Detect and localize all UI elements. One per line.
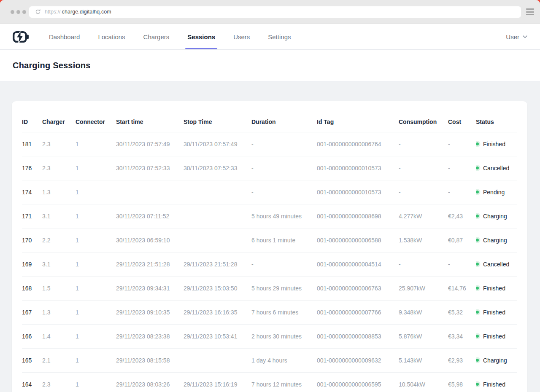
session-connector-cell: 1 — [76, 228, 116, 252]
sessions-card: ID Charger Connector Start time Stop Tim… — [12, 101, 527, 392]
session-id-cell: 174 — [22, 180, 42, 204]
session-status-cell: Charging — [476, 204, 517, 228]
tab-dashboard[interactable]: Dashboard — [49, 24, 80, 49]
session-connector-cell: 1 — [76, 204, 116, 228]
session-charger-cell: 2.3 — [42, 132, 76, 156]
session-cost-cell: €14,76 — [448, 276, 476, 300]
window-controls[interactable] — [11, 10, 26, 14]
session-duration-cell: - — [251, 156, 317, 180]
session-charger-cell: 2.1 — [42, 348, 76, 372]
session-consumption-cell: 9.348kW — [399, 300, 448, 324]
tab-settings[interactable]: Settings — [268, 24, 291, 49]
session-id-tag-cell: 001-0000000000006595 — [317, 372, 399, 392]
session-stop-time-cell: 29/11/2023 16:16:35 — [184, 300, 251, 324]
session-stop-time-cell: 29/11/2023 15:03:50 — [184, 276, 251, 300]
session-status-cell: Charging — [476, 348, 517, 372]
tab-sessions[interactable]: Sessions — [187, 24, 215, 49]
session-start-time-cell: 30/11/2023 07:11:52 — [116, 204, 184, 228]
reload-icon[interactable] — [35, 9, 41, 15]
status-dot-icon — [476, 239, 479, 242]
session-stop-time-cell: 30/11/2023 07:52:33 — [184, 156, 251, 180]
session-status-cell: Cancelled — [476, 252, 517, 276]
window-dot-icon[interactable] — [11, 10, 14, 14]
url-domain: charge.digitalhq.com — [62, 9, 111, 15]
col-header-stop-time: Stop Time — [184, 112, 251, 132]
session-connector-cell: 1 — [76, 276, 116, 300]
session-row[interactable]: 165 2.1 1 29/11/2023 08:15:58 1 day 4 ho… — [22, 348, 517, 372]
session-duration-cell: 5 hours 49 minutes — [251, 204, 317, 228]
session-connector-cell: 1 — [76, 372, 116, 392]
tab-locations[interactable]: Locations — [98, 24, 125, 49]
session-id-cell: 165 — [22, 348, 42, 372]
session-cost-cell: €2,93 — [448, 348, 476, 372]
session-cost-cell: - — [448, 132, 476, 156]
menu-icon[interactable] — [526, 7, 534, 17]
session-status-cell: Charging — [476, 228, 517, 252]
status-label: Cancelled — [483, 165, 509, 172]
session-start-time-cell: 30/11/2023 06:59:10 — [116, 228, 184, 252]
session-status-cell: Finished — [476, 372, 517, 392]
app-logo-battery-bolt-icon[interactable] — [13, 30, 29, 43]
tab-users[interactable]: Users — [233, 24, 250, 49]
session-duration-cell: 7 hours 12 minutes — [251, 372, 317, 392]
url-bar[interactable]: https:// charge.digitalhq.com — [29, 6, 521, 18]
session-consumption-cell: - — [399, 252, 448, 276]
session-row[interactable]: 181 2.3 1 30/11/2023 07:57:49 30/11/2023… — [22, 132, 517, 156]
session-cost-cell: - — [448, 252, 476, 276]
session-start-time-cell: 30/11/2023 07:57:49 — [116, 132, 184, 156]
session-row[interactable]: 169 3.1 1 29/11/2023 21:51:28 29/11/2023… — [22, 252, 517, 276]
session-consumption-cell: 1.538kW — [399, 228, 448, 252]
session-row[interactable]: 171 3.1 1 30/11/2023 07:11:52 5 hours 49… — [22, 204, 517, 228]
tab-chargers[interactable]: Chargers — [143, 24, 170, 49]
session-id-tag-cell: 001-0000000000008853 — [317, 324, 399, 348]
session-charger-cell: 3.1 — [42, 204, 76, 228]
session-connector-cell: 1 — [76, 348, 116, 372]
session-row[interactable]: 168 1.5 1 29/11/2023 09:34:31 29/11/2023… — [22, 276, 517, 300]
session-row[interactable]: 167 1.3 1 29/11/2023 09:10:35 29/11/2023… — [22, 300, 517, 324]
session-start-time-cell: 30/11/2023 07:52:33 — [116, 156, 184, 180]
window-dot-icon[interactable] — [22, 10, 26, 14]
session-stop-time-cell: 29/11/2023 10:53:41 — [184, 324, 251, 348]
session-row[interactable]: 170 2.2 1 30/11/2023 06:59:10 6 hours 1 … — [22, 228, 517, 252]
window-dot-icon[interactable] — [16, 10, 20, 14]
status-dot-icon — [476, 142, 479, 145]
session-stop-time-cell — [184, 180, 251, 204]
session-start-time-cell: 29/11/2023 21:51:28 — [116, 252, 184, 276]
col-header-consumption: Consumption — [399, 112, 448, 132]
session-consumption-cell: 10.504kW — [399, 372, 448, 392]
session-duration-cell: 6 hours 1 minute — [251, 228, 317, 252]
session-id-cell: 164 — [22, 372, 42, 392]
session-row[interactable]: 176 2.3 1 30/11/2023 07:52:33 30/11/2023… — [22, 156, 517, 180]
status-dot-icon — [476, 383, 479, 386]
status-label: Charging — [483, 357, 507, 364]
session-id-tag-cell: 001-0000000000006764 — [317, 132, 399, 156]
session-start-time-cell: 29/11/2023 08:03:26 — [116, 372, 184, 392]
session-status-cell: Finished — [476, 276, 517, 300]
session-id-cell: 181 — [22, 132, 42, 156]
session-stop-time-cell: 29/11/2023 15:16:19 — [184, 372, 251, 392]
session-row[interactable]: 166 1.4 1 29/11/2023 08:23:38 29/11/2023… — [22, 324, 517, 348]
session-cost-cell: €0,87 — [448, 228, 476, 252]
session-charger-cell: 1.3 — [42, 180, 76, 204]
status-label: Cancelled — [483, 261, 509, 268]
session-id-cell: 168 — [22, 276, 42, 300]
session-connector-cell: 1 — [76, 156, 116, 180]
session-id-tag-cell: 001-0000000000008698 — [317, 204, 399, 228]
session-id-cell: 176 — [22, 156, 42, 180]
session-row[interactable]: 174 1.3 1 - 001-0000000000010573 - - Pen… — [22, 180, 517, 204]
session-duration-cell: 5 hours 29 minutes — [251, 276, 317, 300]
col-header-cost: Cost — [448, 112, 476, 132]
session-id-tag-cell: 001-0000000000006763 — [317, 276, 399, 300]
session-duration-cell: 1 day 4 hours — [251, 348, 317, 372]
status-dot-icon — [476, 359, 479, 362]
session-consumption-cell: - — [399, 180, 448, 204]
browser-chrome: https:// charge.digitalhq.com — [0, 0, 540, 24]
col-header-charger: Charger — [42, 112, 76, 132]
session-consumption-cell: 4.277kW — [399, 204, 448, 228]
session-start-time-cell: 29/11/2023 08:23:38 — [116, 324, 184, 348]
user-menu[interactable]: User — [506, 33, 527, 40]
status-label: Finished — [483, 381, 505, 388]
session-status-cell: Finished — [476, 324, 517, 348]
session-id-cell: 166 — [22, 324, 42, 348]
session-row[interactable]: 164 2.3 1 29/11/2023 08:03:26 29/11/2023… — [22, 372, 517, 392]
